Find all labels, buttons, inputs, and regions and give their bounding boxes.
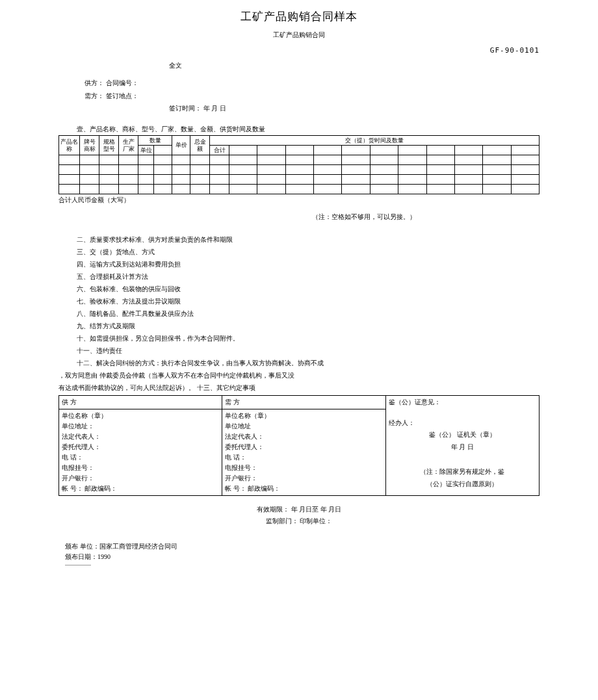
supplier-line: 供方： 合同编号： (84, 78, 540, 88)
th-unit-price: 单价 (172, 136, 190, 155)
table-header-row-1: 产品名称 牌号 商标 规格 型号 生产 厂家 数量 单价 总金 额 交（提）货时… (59, 136, 540, 146)
issue-date: 颁布日期：1990 (65, 552, 540, 562)
demander-header: 需 方 (222, 396, 385, 409)
th-brand: 牌号 商标 (80, 136, 99, 155)
table-row (59, 165, 540, 175)
notary-note-1: （注：除国家另有规定外，鉴 (389, 465, 537, 478)
supplier-header: 供 方 (59, 396, 222, 409)
clause-8: 八、随机备品、配件工具数量及供应办法 (77, 307, 540, 320)
supervise-print: 监制部门： 印制单位： (58, 517, 540, 526)
demander-line: 需方： 签订地点： (84, 91, 540, 101)
sig-header-row: 供 方 需 方 鉴（公）证意见： 经办人： 鉴（公） 证机关（章） 年 月 日 … (59, 396, 540, 409)
clause-12b: ，双方同意由 仲裁委员会仲裁（当事人双方不在本合同中约定仲裁机构，事后又没 (58, 369, 540, 382)
section-one-heading: 壹、产品名称、商标、型号、厂家、数量、金额、供货时间及数量 (77, 125, 540, 134)
notary-header: 鉴（公）证意见： (389, 397, 537, 408)
divider (65, 565, 91, 565)
form-code: GF-90-0101 (58, 46, 540, 55)
clause-5: 五、合理损耗及计算方法 (77, 270, 540, 283)
clause-7: 七、验收标准、方法及提出异议期限 (77, 295, 540, 307)
table-row (59, 155, 540, 165)
valid-period: 有效期限： 年 月日至 年 月日 (58, 505, 540, 514)
notary-cell: 鉴（公）证意见： 经办人： 鉴（公） 证机关（章） 年 月 日 （注：除国家另有… (385, 396, 540, 496)
th-spec: 规格 型号 (99, 136, 119, 155)
document-page: 工矿产品购销合同样本 工矿产品购销合同 GF-90-0101 全文 供方： 合同… (0, 0, 598, 578)
seal: 鉴（公） 证机关（章） (389, 428, 537, 441)
table-row (59, 185, 540, 194)
th-total-amount: 总金 额 (190, 136, 210, 155)
demander-body: 单位名称（章） 单位地址 法定代表人： 委托代理人： 电 话： 电报挂号： 开户… (222, 409, 385, 496)
clause-12: 十二、解决合同纠纷的方式：执行本合同发生争议，由当事人双方协商解决。协商不成 (77, 357, 540, 369)
th-blank (154, 146, 172, 155)
product-table: 产品名称 牌号 商标 规格 型号 生产 厂家 数量 单价 总金 额 交（提）货时… (58, 135, 540, 194)
seal-date: 年 月 日 (389, 441, 537, 453)
th-subtotal: 合计 (210, 146, 229, 155)
clause-2: 二、质量要求技术标准、供方对质量负责的条件和期限 (77, 233, 540, 246)
subtitle: 工矿产品购销合同 (58, 31, 540, 40)
space-note: （注：空格如不够用，可以另接。） (188, 213, 540, 222)
th-unit: 单位 (138, 146, 154, 155)
sign-time: 签订时间： 年 月 日 (169, 104, 540, 113)
clause-12c-13: 有达成书面仲裁协议的，可向人民法院起诉）。 十三、其它约定事项 (58, 382, 540, 394)
th-product-name: 产品名称 (59, 136, 80, 155)
issue-unit: 颁布 单位：国家工商管理局经济合同司 (65, 541, 540, 552)
clause-3: 三、交（提）货地点、方式 (77, 246, 540, 258)
clause-6: 六、包装标准、包装物的供应与回收 (77, 283, 540, 295)
main-title: 工矿产品购销合同样本 (58, 9, 540, 24)
notary-note-2: （公）证实行自愿原则） (389, 478, 537, 490)
full-text-label: 全文 (169, 61, 540, 70)
total-rmb: 合计人民币金额（大写） (58, 196, 540, 205)
th-maker: 生产 厂家 (119, 136, 138, 155)
clause-9: 九、结算方式及期限 (77, 320, 540, 332)
clause-11: 十一、违约责任 (77, 344, 540, 357)
th-qty: 数量 (138, 136, 172, 146)
signature-table: 供 方 需 方 鉴（公）证意见： 经办人： 鉴（公） 证机关（章） 年 月 日 … (58, 395, 540, 496)
table-row (59, 175, 540, 185)
supplier-body: 单位名称（章） 单位地址： 法定代表人： 委托代理人： 电 话： 电报挂号： 开… (59, 409, 222, 496)
handler: 经办人： (389, 418, 537, 428)
clause-4: 四、运输方式及到达站港和费用负担 (77, 258, 540, 270)
th-delivery: 交（提）货时间及数量 (210, 136, 540, 146)
clause-10: 十、如需提供担保，另立合同担保书，作为本合同附件。 (77, 332, 540, 344)
